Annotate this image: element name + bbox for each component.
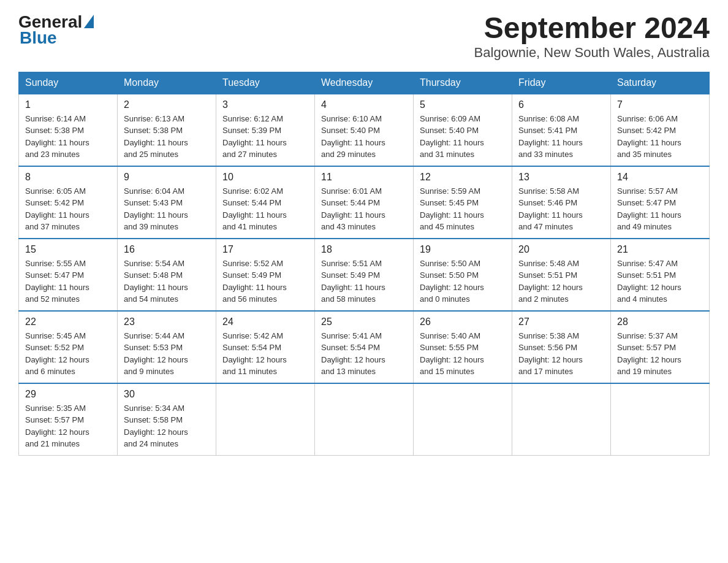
page-subtitle: Balgownie, New South Wales, Australia — [474, 45, 710, 61]
calendar-day-header: Wednesday — [315, 72, 414, 94]
day-info: Sunrise: 5:50 AMSunset: 5:50 PMDaylight:… — [420, 258, 506, 305]
logo-blue-text: Blue — [20, 28, 57, 47]
day-info: Sunrise: 6:09 AMSunset: 5:40 PMDaylight:… — [420, 113, 506, 161]
calendar-day-cell — [512, 383, 611, 456]
day-number: 6 — [518, 99, 604, 110]
day-number: 10 — [222, 172, 308, 183]
day-number: 19 — [420, 244, 506, 255]
calendar-day-cell: 1Sunrise: 6:14 AMSunset: 5:38 PMDaylight… — [19, 94, 118, 166]
day-number: 26 — [420, 316, 506, 327]
day-number: 16 — [124, 244, 210, 255]
day-number: 25 — [321, 316, 407, 327]
calendar-day-cell: 7Sunrise: 6:06 AMSunset: 5:42 PMDaylight… — [611, 94, 710, 166]
day-info: Sunrise: 5:45 AMSunset: 5:52 PMDaylight:… — [25, 330, 111, 378]
day-number: 30 — [124, 389, 210, 400]
day-info: Sunrise: 5:54 AMSunset: 5:48 PMDaylight:… — [124, 258, 210, 305]
calendar-day-cell: 18Sunrise: 5:51 AMSunset: 5:49 PMDayligh… — [315, 239, 414, 311]
calendar-day-cell: 4Sunrise: 6:10 AMSunset: 5:40 PMDaylight… — [315, 94, 414, 166]
calendar-day-cell: 20Sunrise: 5:48 AMSunset: 5:51 PMDayligh… — [512, 239, 611, 311]
calendar-day-cell: 12Sunrise: 5:59 AMSunset: 5:45 PMDayligh… — [414, 166, 512, 239]
calendar-week-row: 22Sunrise: 5:45 AMSunset: 5:52 PMDayligh… — [19, 311, 710, 383]
calendar-day-header: Friday — [512, 72, 611, 94]
day-number: 28 — [617, 316, 703, 327]
day-number: 22 — [25, 316, 111, 327]
day-info: Sunrise: 5:34 AMSunset: 5:58 PMDaylight:… — [124, 402, 210, 450]
logo-triangle-icon — [84, 15, 94, 28]
calendar-day-cell: 5Sunrise: 6:09 AMSunset: 5:40 PMDaylight… — [414, 94, 512, 166]
day-info: Sunrise: 5:57 AMSunset: 5:47 PMDaylight:… — [617, 185, 703, 233]
day-number: 3 — [222, 99, 308, 110]
day-number: 1 — [25, 99, 111, 110]
calendar-day-cell: 17Sunrise: 5:52 AMSunset: 5:49 PMDayligh… — [216, 239, 315, 311]
calendar-day-cell: 26Sunrise: 5:40 AMSunset: 5:55 PMDayligh… — [414, 311, 512, 383]
calendar-day-cell: 13Sunrise: 5:58 AMSunset: 5:46 PMDayligh… — [512, 166, 611, 239]
day-info: Sunrise: 6:12 AMSunset: 5:39 PMDaylight:… — [222, 113, 308, 161]
calendar-day-cell: 2Sunrise: 6:13 AMSunset: 5:38 PMDaylight… — [118, 94, 216, 166]
day-number: 17 — [222, 244, 308, 255]
day-number: 29 — [25, 389, 111, 400]
day-number: 4 — [321, 99, 407, 110]
calendar-day-cell: 24Sunrise: 5:42 AMSunset: 5:54 PMDayligh… — [216, 311, 315, 383]
day-number: 9 — [124, 172, 210, 183]
day-info: Sunrise: 5:41 AMSunset: 5:54 PMDaylight:… — [321, 330, 407, 378]
day-number: 23 — [124, 316, 210, 327]
calendar-day-cell: 9Sunrise: 6:04 AMSunset: 5:43 PMDaylight… — [118, 166, 216, 239]
calendar-day-cell: 27Sunrise: 5:38 AMSunset: 5:56 PMDayligh… — [512, 311, 611, 383]
calendar-week-row: 8Sunrise: 6:05 AMSunset: 5:42 PMDaylight… — [19, 166, 710, 239]
day-number: 8 — [25, 172, 111, 183]
day-number: 13 — [518, 172, 604, 183]
calendar-day-header: Tuesday — [216, 72, 315, 94]
day-number: 5 — [420, 99, 506, 110]
day-info: Sunrise: 5:37 AMSunset: 5:57 PMDaylight:… — [617, 330, 703, 378]
calendar-table: SundayMondayTuesdayWednesdayThursdayFrid… — [18, 72, 710, 456]
day-info: Sunrise: 5:44 AMSunset: 5:53 PMDaylight:… — [124, 330, 210, 378]
day-number: 14 — [617, 172, 703, 183]
calendar-day-cell: 15Sunrise: 5:55 AMSunset: 5:47 PMDayligh… — [19, 239, 118, 311]
calendar-day-cell: 22Sunrise: 5:45 AMSunset: 5:52 PMDayligh… — [19, 311, 118, 383]
day-info: Sunrise: 5:47 AMSunset: 5:51 PMDaylight:… — [617, 258, 703, 305]
title-area: September 2024 Balgownie, New South Wale… — [474, 12, 710, 61]
day-info: Sunrise: 5:38 AMSunset: 5:56 PMDaylight:… — [518, 330, 604, 378]
calendar-day-cell: 29Sunrise: 5:35 AMSunset: 5:57 PMDayligh… — [19, 383, 118, 456]
calendar-day-header: Thursday — [414, 72, 512, 94]
calendar-day-cell: 23Sunrise: 5:44 AMSunset: 5:53 PMDayligh… — [118, 311, 216, 383]
day-number: 12 — [420, 172, 506, 183]
page-header: General Blue September 2024 Balgownie, N… — [18, 12, 710, 61]
calendar-day-cell: 8Sunrise: 6:05 AMSunset: 5:42 PMDaylight… — [19, 166, 118, 239]
calendar-day-cell — [414, 383, 512, 456]
day-info: Sunrise: 5:48 AMSunset: 5:51 PMDaylight:… — [518, 258, 604, 305]
calendar-week-row: 29Sunrise: 5:35 AMSunset: 5:57 PMDayligh… — [19, 383, 710, 456]
day-number: 7 — [617, 99, 703, 110]
calendar-week-row: 15Sunrise: 5:55 AMSunset: 5:47 PMDayligh… — [19, 239, 710, 311]
day-info: Sunrise: 5:58 AMSunset: 5:46 PMDaylight:… — [518, 185, 604, 233]
day-info: Sunrise: 5:40 AMSunset: 5:55 PMDaylight:… — [420, 330, 506, 378]
day-number: 24 — [222, 316, 308, 327]
day-info: Sunrise: 6:05 AMSunset: 5:42 PMDaylight:… — [25, 185, 111, 233]
day-info: Sunrise: 6:02 AMSunset: 5:44 PMDaylight:… — [222, 185, 308, 233]
day-number: 11 — [321, 172, 407, 183]
day-info: Sunrise: 5:35 AMSunset: 5:57 PMDaylight:… — [25, 402, 111, 450]
day-info: Sunrise: 6:08 AMSunset: 5:41 PMDaylight:… — [518, 113, 604, 161]
calendar-day-cell: 30Sunrise: 5:34 AMSunset: 5:58 PMDayligh… — [118, 383, 216, 456]
day-info: Sunrise: 6:01 AMSunset: 5:44 PMDaylight:… — [321, 185, 407, 233]
logo: General Blue — [18, 12, 94, 48]
day-info: Sunrise: 5:52 AMSunset: 5:49 PMDaylight:… — [222, 258, 308, 305]
day-info: Sunrise: 5:55 AMSunset: 5:47 PMDaylight:… — [25, 258, 111, 305]
day-number: 2 — [124, 99, 210, 110]
day-info: Sunrise: 6:10 AMSunset: 5:40 PMDaylight:… — [321, 113, 407, 161]
calendar-day-cell: 25Sunrise: 5:41 AMSunset: 5:54 PMDayligh… — [315, 311, 414, 383]
calendar-day-cell: 16Sunrise: 5:54 AMSunset: 5:48 PMDayligh… — [118, 239, 216, 311]
calendar-day-cell — [216, 383, 315, 456]
page-title: September 2024 — [474, 12, 710, 45]
calendar-day-cell — [315, 383, 414, 456]
day-number: 20 — [518, 244, 604, 255]
calendar-day-cell: 14Sunrise: 5:57 AMSunset: 5:47 PMDayligh… — [611, 166, 710, 239]
calendar-day-header: Saturday — [611, 72, 710, 94]
calendar-day-header: Monday — [118, 72, 216, 94]
calendar-day-cell: 28Sunrise: 5:37 AMSunset: 5:57 PMDayligh… — [611, 311, 710, 383]
day-info: Sunrise: 6:06 AMSunset: 5:42 PMDaylight:… — [617, 113, 703, 161]
day-info: Sunrise: 5:59 AMSunset: 5:45 PMDaylight:… — [420, 185, 506, 233]
calendar-day-cell: 3Sunrise: 6:12 AMSunset: 5:39 PMDaylight… — [216, 94, 315, 166]
calendar-week-row: 1Sunrise: 6:14 AMSunset: 5:38 PMDaylight… — [19, 94, 710, 166]
day-number: 27 — [518, 316, 604, 327]
